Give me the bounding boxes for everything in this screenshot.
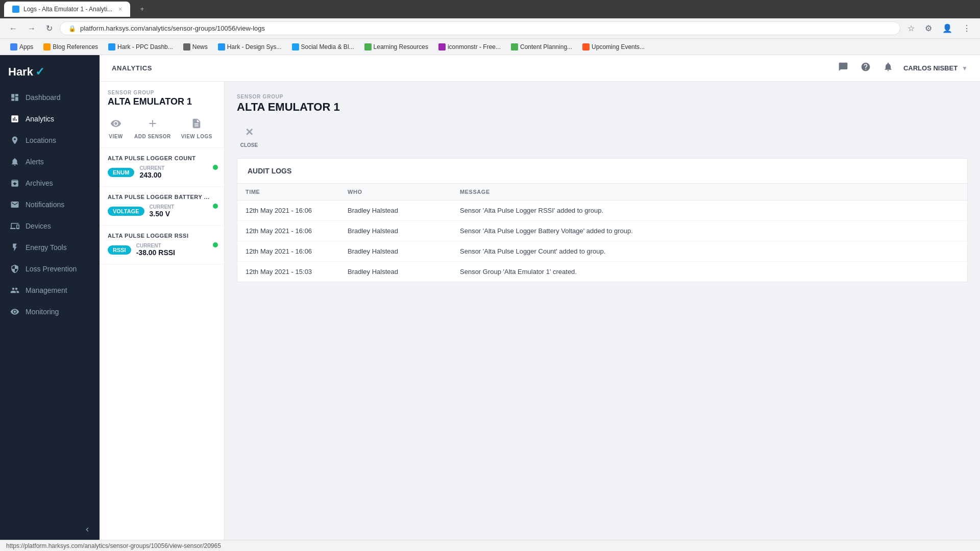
- view-logs-icon: [188, 115, 205, 132]
- sensor-item-battery[interactable]: ALTA PULSE LOGGER BATTERY ... VOLTAGE CU…: [100, 187, 224, 226]
- sidebar: Hark ✓ Dashboard Analytics: [0, 55, 100, 540]
- bookmark-apps[interactable]: Apps: [6, 42, 37, 52]
- right-panel-header: SENSOR GROUP ALTA EMULATOR 1: [237, 94, 968, 114]
- bookmark-hark-design[interactable]: Hark - Design Sys...: [214, 42, 286, 52]
- sidebar-item-label: Alerts: [26, 158, 44, 166]
- reload-button[interactable]: ↻: [43, 21, 56, 35]
- audit-table-row: 12th May 2021 - 16:06 Bradley Halstead S…: [237, 221, 967, 241]
- menu-icon[interactable]: ⋮: [960, 21, 974, 35]
- sensor-name-count: ALTA PULSE LOGGER COUNT: [108, 155, 216, 161]
- view-icon: [108, 115, 124, 132]
- sensor-status-dot-battery: [213, 204, 218, 209]
- bookmark-upcoming[interactable]: Upcoming Events...: [578, 42, 649, 52]
- audit-cell-time: 12th May 2021 - 16:06: [237, 201, 339, 221]
- extensions-icon[interactable]: ⚙: [922, 21, 935, 35]
- lock-icon: 🔒: [68, 25, 76, 32]
- top-header: ANALYTICS CARLOS NISBET ▼: [100, 55, 980, 82]
- help-icon[interactable]: [859, 60, 873, 77]
- locations-icon: [10, 136, 19, 145]
- profile-icon[interactable]: 👤: [939, 21, 955, 35]
- bookmark-iconmonstr[interactable]: iconmonstr - Free...: [434, 42, 505, 52]
- dashboard-icon: [10, 93, 19, 102]
- header-user[interactable]: CARLOS NISBET ▼: [903, 64, 968, 72]
- devices-icon: [10, 221, 19, 231]
- add-sensor-icon: [144, 115, 161, 132]
- audit-cell-time: 12th May 2021 - 16:06: [237, 221, 339, 241]
- close-button[interactable]: ✕ CLOSE: [237, 124, 261, 148]
- view-action[interactable]: VIEW: [108, 115, 124, 139]
- sensor-body-count: ENUM CURRENT 243.00: [108, 165, 216, 179]
- sidebar-item-label: Dashboard: [26, 93, 61, 102]
- bookmark-news[interactable]: News: [179, 42, 212, 52]
- bookmark-hark-ppc[interactable]: Hark - PPC Dashb...: [104, 42, 177, 52]
- sidebar-item-energy-tools[interactable]: Energy Tools: [0, 237, 100, 258]
- sidebar-item-label: Monitoring: [26, 308, 59, 316]
- sidebar-item-label: Analytics: [26, 115, 54, 123]
- sensor-group-label: SENSOR GROUP: [108, 90, 216, 95]
- main-content: ANALYTICS CARLOS NISBET ▼: [100, 55, 980, 540]
- sidebar-item-dashboard[interactable]: Dashboard: [0, 87, 100, 108]
- bookmarks-bar: Apps Blog References Hark - PPC Dashb...…: [0, 39, 980, 55]
- right-panel: SENSOR GROUP ALTA EMULATOR 1 ✕ CLOSE AUD…: [225, 82, 980, 540]
- sensor-badge-enum: ENUM: [108, 168, 134, 177]
- sensor-item-count[interactable]: ALTA PULSE LOGGER COUNT ENUM CURRENT 243…: [100, 148, 224, 187]
- active-tab[interactable]: Logs - Alta Emulator 1 - Analyti... ×: [4, 2, 130, 17]
- add-sensor-action[interactable]: ADD SENSOR: [134, 115, 171, 139]
- col-header-time: TIME: [237, 184, 339, 201]
- view-logs-action[interactable]: VIEW LOGS: [181, 115, 212, 139]
- audit-cell-who: Bradley Halstead: [339, 201, 452, 221]
- forward-button[interactable]: →: [24, 22, 39, 35]
- logo-accent: ✓: [35, 65, 44, 79]
- alert-icon[interactable]: [881, 60, 895, 77]
- sensor-badge-voltage: VOLTAGE: [108, 207, 144, 216]
- audit-cell-message: Sensor Group 'Alta Emulator 1' created.: [452, 262, 967, 282]
- header-actions: CARLOS NISBET ▼: [836, 60, 968, 77]
- sidebar-item-notifications[interactable]: Notifications: [0, 194, 100, 215]
- sidebar-item-alerts[interactable]: Alerts: [0, 151, 100, 172]
- bookmark-favicon-hark-ppc: [108, 43, 115, 51]
- content-area: SENSOR GROUP ALTA EMULATOR 1 VIEW: [100, 82, 980, 540]
- bookmark-star-icon[interactable]: ☆: [904, 21, 918, 35]
- col-header-who: WHO: [339, 184, 452, 201]
- sidebar-item-label: Notifications: [26, 201, 64, 209]
- sidebar-item-label: Archives: [26, 179, 53, 187]
- left-panel: SENSOR GROUP ALTA EMULATOR 1 VIEW: [100, 82, 225, 540]
- bookmark-learning[interactable]: Learning Resources: [360, 42, 432, 52]
- sidebar-item-devices[interactable]: Devices: [0, 215, 100, 237]
- audit-table: TIME WHO MESSAGE 12th May 2021 - 16:06 B…: [237, 184, 967, 282]
- audit-logs-title: AUDIT LOGS: [237, 159, 967, 184]
- bookmark-favicon-content: [511, 43, 518, 51]
- chat-icon[interactable]: [836, 60, 850, 77]
- sidebar-item-management[interactable]: Management: [0, 280, 100, 301]
- bookmark-learning-label: Learning Resources: [374, 43, 428, 51]
- address-bar[interactable]: 🔒 platform.harksys.com/analytics/sensor-…: [60, 21, 900, 35]
- back-button[interactable]: ←: [6, 22, 20, 35]
- archives-icon: [10, 179, 19, 188]
- sidebar-item-loss-prevention[interactable]: Loss Prevention: [0, 258, 100, 280]
- sidebar-item-locations[interactable]: Locations: [0, 130, 100, 151]
- sidebar-item-archives[interactable]: Archives: [0, 172, 100, 194]
- col-header-message: MESSAGE: [452, 184, 967, 201]
- bookmark-content[interactable]: Content Planning...: [507, 42, 576, 52]
- audit-table-row: 12th May 2021 - 16:06 Bradley Halstead S…: [237, 201, 967, 221]
- audit-logs-card: AUDIT LOGS TIME WHO MESSAGE 12th May 202…: [237, 158, 968, 282]
- sensor-item-rssi[interactable]: ALTA PULSE LOGGER RSSI RSSI CURRENT -38.…: [100, 226, 224, 264]
- sidebar-item-monitoring[interactable]: Monitoring: [0, 301, 100, 322]
- sidebar-collapse-button[interactable]: [0, 519, 100, 540]
- audit-cell-message: Sensor 'Alta Pulse Logger RSSI' added to…: [452, 201, 967, 221]
- sidebar-logo: Hark ✓: [0, 55, 100, 87]
- sidebar-item-label: Devices: [26, 222, 51, 230]
- sensor-badge-rssi: RSSI: [108, 245, 131, 255]
- bookmark-favicon-hark-design: [218, 43, 225, 51]
- bookmark-social[interactable]: Social Media & Bl...: [288, 42, 358, 52]
- app-container: Hark ✓ Dashboard Analytics: [0, 55, 980, 540]
- tab-title: Logs - Alta Emulator 1 - Analyti...: [23, 6, 112, 13]
- sensor-name-battery: ALTA PULSE LOGGER BATTERY ...: [108, 194, 216, 200]
- right-panel-sensor-group-label: SENSOR GROUP: [237, 94, 968, 99]
- audit-cell-who: Bradley Halstead: [339, 241, 452, 262]
- bookmark-blog[interactable]: Blog References: [39, 42, 102, 52]
- new-tab-button[interactable]: +: [134, 2, 150, 17]
- tab-close-icon[interactable]: ×: [118, 6, 122, 13]
- sidebar-item-analytics[interactable]: Analytics: [0, 108, 100, 130]
- address-url: platform.harksys.com/analytics/sensor-gr…: [80, 24, 265, 32]
